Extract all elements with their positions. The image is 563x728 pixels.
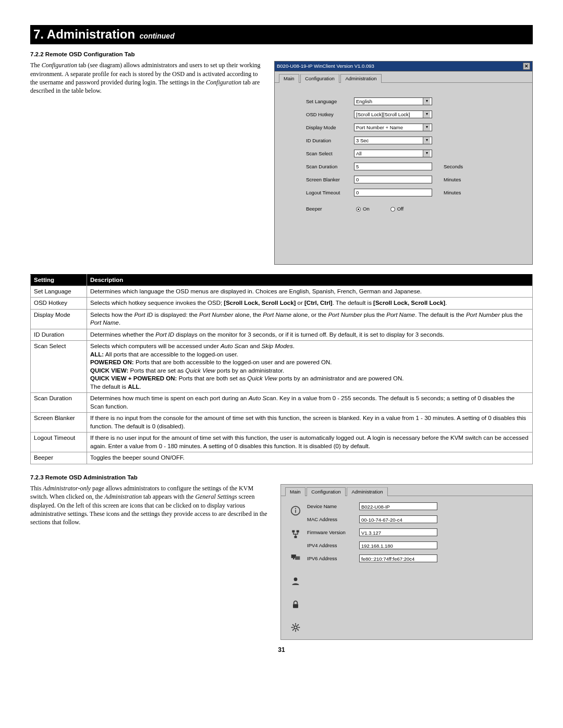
section-heading-723: 7.2.3 Remote OSD Administration Tab — [30, 474, 533, 481]
ipv6-address-label: IPV6 Address — [307, 556, 359, 562]
tab-main[interactable]: Main — [279, 74, 299, 83]
gear-icon[interactable] — [290, 622, 301, 634]
tab-configuration[interactable]: Configuration — [300, 74, 339, 83]
table-row: OSD HotkeySelects which hotkey sequence … — [31, 298, 533, 310]
scan-duration-input[interactable]: 5 — [354, 163, 432, 170]
firmware-version-label: Firmware Version — [307, 529, 359, 536]
svg-rect-5 — [295, 536, 297, 538]
tab-administration-2[interactable]: Administration — [347, 487, 387, 496]
chevron-down-icon: ▾ — [423, 137, 430, 144]
table-row: Screen BlankerIf there is no input from … — [31, 413, 533, 433]
user-icon[interactable] — [290, 576, 301, 588]
radio-on-icon — [356, 207, 361, 212]
svg-rect-3 — [292, 530, 295, 532]
beeper-radio-on[interactable]: On — [356, 206, 370, 212]
tab-administration[interactable]: Administration — [340, 74, 381, 83]
description-cell: Toggles the beeper sound ON/OFF. — [87, 452, 533, 464]
description-cell: Determines whether the Port ID displays … — [87, 329, 533, 341]
description-cell: Selects which hotkey sequence invokes th… — [87, 298, 533, 310]
tab-configuration-2[interactable]: Configuration — [307, 487, 346, 496]
scan-duration-suffix: Seconds — [444, 164, 463, 170]
device-name-label: Device Name — [307, 503, 359, 510]
device-name-input[interactable]: B022-U08-IP — [359, 502, 437, 510]
id-duration-select[interactable]: 3 Sec▾ — [354, 137, 432, 144]
close-icon[interactable]: ✕ — [523, 63, 530, 70]
scan-select-select[interactable]: All▾ — [354, 150, 432, 157]
beeper-radio-off[interactable]: Off — [390, 206, 404, 212]
section-heading-722: 7.2.2 Remote OSD Configuration Tab — [30, 51, 533, 58]
description-cell: Determines how much time is spent on eac… — [87, 393, 533, 413]
section2-paragraph: This Administrator-only page allows admi… — [30, 484, 271, 526]
header-subtitle: continued — [140, 32, 175, 40]
settings-table: Setting Description Set LanguageDetermin… — [30, 274, 533, 464]
network-icon[interactable] — [290, 529, 301, 541]
setting-cell: Screen Blanker — [31, 413, 87, 433]
ipv4-address-label: IPV4 Address — [307, 542, 359, 549]
description-cell: Determines which language the OSD menus … — [87, 286, 533, 298]
winclient-window: B020-U08-19-IP WinClient Version V1.0.09… — [274, 61, 533, 265]
winclient-panel: Set Language English▾ OSD Hotkey [Scroll… — [275, 82, 532, 264]
setting-cell: OSD Hotkey — [31, 298, 87, 310]
svg-line-19 — [297, 625, 299, 626]
setting-cell: Scan Duration — [31, 393, 87, 413]
setting-cell: Logout Timeout — [31, 433, 87, 452]
set-language-select[interactable]: English▾ — [354, 97, 432, 105]
logout-timeout-input[interactable]: 0 — [354, 189, 432, 196]
setting-cell: ID Duration — [31, 329, 87, 341]
osd-hotkey-select[interactable]: [Scroll Lock][Scroll Lock]▾ — [354, 110, 432, 118]
svg-line-18 — [292, 630, 294, 631]
firmware-version-input[interactable]: V1.3.127 — [359, 528, 437, 536]
display-mode-select[interactable]: Port Number + Name▾ — [354, 124, 432, 131]
header-setting: Setting — [31, 275, 87, 286]
admin-form: Device Name B022-U08-IP MAC Address 00-1… — [305, 502, 527, 634]
beeper-radios: On Off — [356, 206, 403, 212]
radio-off-icon — [390, 207, 395, 212]
svg-point-11 — [294, 626, 297, 629]
tab-main-2[interactable]: Main — [285, 487, 305, 496]
header-description: Description — [87, 275, 533, 286]
osd-hotkey-label: OSD Hotkey — [306, 112, 354, 118]
setting-cell: Display Mode — [31, 309, 87, 329]
table-row: Scan SelectSelects which computers will … — [31, 341, 533, 393]
ipv6-address-input[interactable]: fe80::210:74ff:fe67:20c4 — [359, 554, 437, 562]
svg-rect-10 — [293, 604, 298, 608]
chevron-down-icon: ▾ — [423, 124, 430, 131]
scan-select-label: Scan Select — [306, 151, 354, 157]
screen-blanker-input[interactable]: 0 — [354, 176, 432, 183]
logout-timeout-suffix: Minutes — [444, 190, 461, 196]
winclient-title-text: B020-U08-19-IP WinClient Version V1.0.09… — [277, 63, 374, 69]
svg-point-9 — [294, 577, 298, 581]
info-icon[interactable] — [290, 505, 301, 517]
scan-duration-label: Scan Duration — [306, 164, 354, 170]
setting-cell: Scan Select — [31, 341, 87, 393]
description-cell: Selects how the Port ID is displayed: th… — [87, 309, 533, 329]
description-cell: Selects which computers will be accessed… — [87, 341, 533, 393]
svg-rect-7 — [295, 556, 300, 560]
svg-line-17 — [297, 630, 299, 631]
table-row: ID DurationDetermines whether the Port I… — [31, 329, 533, 341]
page-header: 7. Administration continued — [30, 25, 533, 44]
table-row: BeeperToggles the beeper sound ON/OFF. — [31, 452, 533, 464]
lock-icon[interactable] — [290, 599, 301, 611]
winclient-tabs: Main Configuration Administration — [279, 73, 530, 82]
chevron-down-icon: ▾ — [423, 98, 430, 105]
description-cell: If there is no user input for the amount… — [87, 433, 533, 452]
screen-blanker-label: Screen Blanker — [306, 177, 354, 183]
mac-address-label: MAC Address — [307, 516, 359, 523]
svg-point-2 — [295, 508, 296, 509]
monitors-icon[interactable] — [290, 552, 301, 564]
mac-address-input[interactable]: 00-10-74-67-20-c4 — [359, 515, 437, 523]
svg-rect-1 — [295, 510, 296, 513]
chevron-down-icon: ▾ — [423, 111, 430, 118]
display-mode-label: Display Mode — [306, 125, 354, 131]
chevron-down-icon: ▾ — [423, 150, 430, 157]
setting-cell: Beeper — [31, 452, 87, 464]
admin-icon-column — [286, 502, 305, 634]
beeper-label: Beeper — [306, 206, 354, 212]
section1-paragraph: The Configuration tab (see diagram) allo… — [30, 61, 265, 95]
ipv4-address-input[interactable]: 192.168.1.180 — [359, 541, 437, 549]
screen-blanker-suffix: Minutes — [444, 177, 461, 183]
table-row: Logout TimeoutIf there is no user input … — [31, 433, 533, 452]
header-title: 7. Administration — [33, 27, 135, 41]
page-number: 31 — [30, 646, 533, 654]
